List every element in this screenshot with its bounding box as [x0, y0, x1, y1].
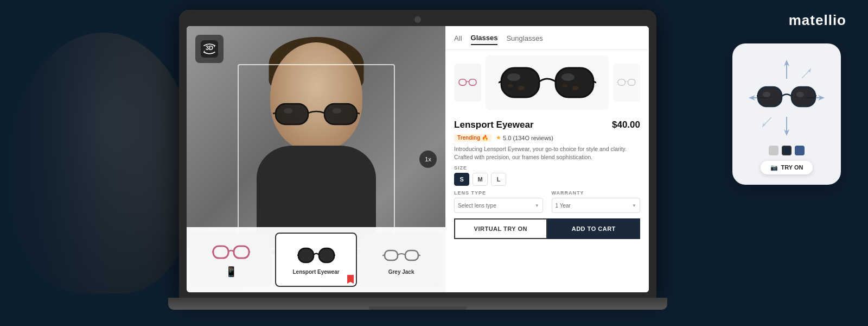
- tab-sunglasses[interactable]: Sunglasses: [506, 34, 542, 45]
- svg-rect-12: [298, 248, 314, 262]
- lens-type-col: LENS TYPE Select lens type ▼: [454, 190, 542, 213]
- floating-glasses-container: [743, 54, 830, 141]
- warranty-col: WARRANTY 1 Year ▼: [552, 190, 640, 213]
- product-details: Lensport Eyewear $40.00 Trending 🔥 ★ 5.0…: [445, 115, 649, 292]
- lens-type-placeholder: Select lens type: [458, 203, 496, 209]
- size-btn-m[interactable]: M: [473, 173, 488, 186]
- thumb-phone-icon: 📱: [225, 266, 237, 278]
- virtual-try-on-button[interactable]: VIRTUAL TRY ON: [454, 218, 547, 239]
- svg-point-26: [507, 73, 520, 81]
- product-name: Lensport Eyewear: [454, 120, 533, 130]
- rating-value: 5.0: [503, 135, 511, 141]
- warranty-arrow: ▼: [632, 203, 636, 208]
- thumb-glasses-svg-1: [212, 242, 250, 264]
- lens-type-select[interactable]: Select lens type ▼: [454, 198, 542, 213]
- laptop-container: 3D 1x: [168, 10, 667, 319]
- thumbnail-item-1[interactable]: 📱: [190, 233, 272, 287]
- product-main-image[interactable]: [486, 55, 609, 110]
- svg-rect-21: [469, 79, 476, 85]
- lens-type-arrow: ▼: [535, 203, 539, 208]
- color-swatches: [769, 146, 805, 155]
- options-row: LENS TYPE Select lens type ▼ WARRANTY 1 …: [454, 190, 640, 213]
- laptop-base: [168, 298, 667, 310]
- camera-panel: 3D 1x: [187, 26, 445, 292]
- laptop-camera: [414, 16, 421, 23]
- svg-rect-8: [213, 246, 228, 258]
- product-description: Introducing Lensport Eyewear, your go-to…: [454, 145, 640, 161]
- color-swatch-dark[interactable]: [782, 146, 792, 155]
- svg-rect-41: [758, 87, 782, 106]
- product-panel: All Glasses Sunglasses: [445, 26, 649, 292]
- floating-3d-card: 📷 TRY ON: [732, 43, 841, 185]
- product-thumb-right-img: [617, 76, 636, 90]
- laptop-screen: 3D 1x: [187, 26, 649, 292]
- product-price: $40.00: [612, 120, 640, 130]
- brand-logo: matellio: [789, 12, 846, 29]
- size-section: SIZE S M L: [454, 165, 640, 186]
- svg-rect-33: [628, 79, 635, 85]
- logo-text: matellio: [789, 12, 846, 28]
- svg-rect-16: [385, 250, 398, 260]
- try-on-label: TRY ON: [781, 164, 803, 171]
- product-thumb-right[interactable]: [613, 64, 640, 102]
- color-swatch-blue[interactable]: [795, 146, 805, 155]
- face-detection-box: [238, 64, 395, 249]
- svg-point-46: [796, 92, 804, 97]
- thumbnail-bar: 📱 Lensport Eyewear: [187, 227, 445, 292]
- camera-icon: 📷: [770, 164, 778, 171]
- trending-badge: Trending 🔥: [454, 134, 492, 142]
- lens-type-label: LENS TYPE: [454, 190, 542, 196]
- color-swatch-grey[interactable]: [769, 146, 778, 155]
- size-label: SIZE: [454, 165, 640, 171]
- svg-line-40: [764, 117, 771, 125]
- product-images-area: [445, 50, 649, 115]
- 3d-icon-button[interactable]: 3D: [195, 35, 224, 63]
- svg-rect-42: [792, 87, 815, 106]
- zoom-label: 1x: [425, 156, 431, 162]
- action-buttons: VIRTUAL TRY ON ADD TO CART: [454, 218, 640, 239]
- thumb-glasses-svg-3: [382, 245, 420, 267]
- thumb-label-3: Grey Jack: [388, 269, 414, 275]
- thumb-glasses-svg-2: [297, 245, 335, 267]
- svg-line-39: [802, 71, 809, 78]
- add-to-cart-button[interactable]: ADD TO CART: [547, 218, 640, 239]
- product-badges: Trending 🔥 ★ 5.0 (134O reviews): [454, 134, 640, 142]
- svg-rect-9: [234, 246, 249, 258]
- warranty-select[interactable]: 1 Year ▼: [552, 198, 640, 213]
- svg-rect-23: [556, 68, 593, 97]
- product-thumb-left-img: [458, 76, 477, 90]
- tab-glasses[interactable]: Glasses: [471, 34, 498, 45]
- try-on-button[interactable]: 📷 TRY ON: [761, 161, 813, 174]
- camera-background: 3D 1x: [187, 26, 445, 292]
- svg-rect-32: [618, 79, 625, 85]
- size-buttons: S M L: [454, 173, 640, 186]
- svg-point-28: [518, 86, 525, 90]
- tab-all[interactable]: All: [454, 34, 462, 45]
- product-thumb-left[interactable]: [454, 64, 481, 102]
- rating-badge: ★ 5.0 (134O reviews): [496, 134, 553, 141]
- svg-rect-20: [459, 79, 466, 85]
- svg-text:3D: 3D: [206, 45, 213, 51]
- svg-point-29: [508, 84, 513, 87]
- thumb-bookmark: [347, 275, 354, 284]
- svg-rect-13: [319, 248, 334, 262]
- svg-point-27: [561, 73, 575, 81]
- size-btn-s[interactable]: S: [454, 173, 469, 186]
- svg-point-45: [763, 92, 770, 97]
- svg-rect-22: [501, 68, 539, 97]
- floating-glasses-svg: [757, 83, 816, 112]
- category-tabs: All Glasses Sunglasses: [445, 26, 649, 50]
- zoom-indicator[interactable]: 1x: [419, 151, 437, 168]
- warranty-value: 1 Year: [556, 203, 571, 209]
- 3d-icon-svg: 3D: [200, 39, 219, 59]
- svg-point-31: [562, 84, 567, 87]
- size-btn-l[interactable]: L: [491, 173, 506, 186]
- product-title-row: Lensport Eyewear $40.00: [454, 120, 640, 130]
- product-main-image-svg: [499, 60, 596, 106]
- svg-point-30: [572, 86, 579, 90]
- thumbnail-item-3[interactable]: Grey Jack: [360, 233, 442, 287]
- thumbnail-item-2[interactable]: Lensport Eyewear: [275, 233, 357, 287]
- thumb-label-2: Lensport Eyewear: [292, 269, 339, 275]
- warranty-label: WARRANTY: [552, 190, 640, 196]
- laptop-body: 3D 1x: [179, 10, 656, 298]
